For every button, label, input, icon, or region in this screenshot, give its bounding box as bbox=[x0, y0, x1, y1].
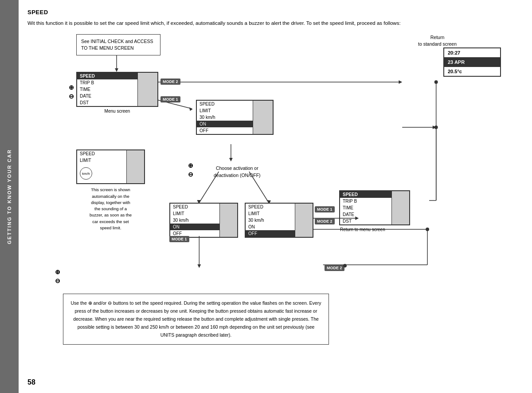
svg-point-24 bbox=[426, 228, 429, 231]
std-screen-date: 23 APR bbox=[444, 58, 500, 67]
menu-row-speed: SPEED bbox=[77, 73, 137, 79]
mode1-badge-menu: MODE 1 bbox=[160, 96, 180, 102]
sidebar-label: GETTING TO KNOW YOUR CAR bbox=[7, 149, 12, 244]
off-row-off: OFF bbox=[246, 230, 295, 237]
return-menu-screen: SPEED TRIP B TIME DATE DST Return to men… bbox=[339, 190, 410, 232]
minus-symbol-speed: ⊖ bbox=[188, 171, 193, 178]
rm-row-time: TIME bbox=[340, 204, 391, 211]
plus-symbol-menu: ⊕ bbox=[69, 84, 74, 91]
mode1-badge-off: MODE 1 bbox=[315, 206, 335, 212]
svg-marker-3 bbox=[399, 80, 402, 84]
sl-side-panel bbox=[126, 150, 144, 183]
info-box: Use the ⊕ and/or ⊖ buttons to set the sp… bbox=[63, 294, 329, 345]
off-row-on: ON bbox=[246, 224, 295, 230]
rm-row-date: DATE bbox=[340, 211, 391, 218]
return-menu-label: Return to menu screen bbox=[339, 227, 410, 232]
svg-point-21 bbox=[434, 80, 438, 84]
ss-row-limit: LIMIT bbox=[197, 107, 253, 114]
intro-text: Wit this function it is possible to set … bbox=[27, 19, 515, 27]
standard-screen: 20:27 23 APR 20.5°c bbox=[443, 47, 501, 77]
svg-point-26 bbox=[434, 126, 438, 129]
choose-label: Choose activation ordeactivation (ON/OFF… bbox=[214, 165, 261, 179]
svg-marker-28 bbox=[433, 126, 436, 129]
mode1-badge-on: MODE 1 bbox=[169, 236, 189, 242]
off-row-limit: LIMIT bbox=[246, 210, 295, 217]
menu-side-panel bbox=[137, 73, 157, 106]
on-side-panel bbox=[219, 204, 237, 237]
on-screen: SPEED LIMIT 30 km/h ON OFF bbox=[169, 203, 238, 238]
off-row-30: 30 km/h bbox=[246, 217, 295, 224]
rm-side-panel bbox=[391, 191, 409, 224]
std-screen-time: 20:27 bbox=[444, 48, 500, 58]
ss-side-panel bbox=[253, 101, 273, 134]
menu-row-time: TIME bbox=[77, 86, 137, 93]
sl-row-limit: LIMIT bbox=[77, 157, 126, 164]
on-row-speed: SPEED bbox=[170, 204, 219, 210]
sl-kmh-circle: km/h bbox=[80, 167, 92, 180]
sidebar: GETTING TO KNOW YOUR CAR bbox=[0, 0, 19, 393]
off-screen: SPEED LIMIT 30 km/h ON OFF bbox=[245, 203, 313, 238]
rm-row-tripb: TRIP B bbox=[340, 198, 391, 204]
see-check-text: See INITIAL CHECK and ACCESS TO THE MENU… bbox=[81, 39, 153, 51]
on-row-limit: LIMIT bbox=[170, 210, 219, 217]
svg-marker-7 bbox=[229, 158, 233, 161]
off-row-speed: SPEED bbox=[246, 204, 295, 210]
plus-symbol-speed: ⊕ bbox=[188, 162, 193, 169]
on-row-on: ON bbox=[170, 224, 219, 230]
svg-marker-1 bbox=[115, 68, 118, 72]
menu-screen: SPEED TRIP B TIME DATE DST Menu screen bbox=[76, 72, 158, 114]
connector-dot-bottom bbox=[343, 264, 347, 267]
minus-symbol-menu: ⊖ bbox=[69, 93, 74, 100]
on-row-30: 30 km/h bbox=[170, 217, 219, 224]
menu-row-dst: DST bbox=[77, 99, 137, 106]
menu-row-date: DATE bbox=[77, 93, 137, 99]
ss-row-speed: SPEED bbox=[197, 101, 253, 107]
mode2-badge-bottom: MODE 2 bbox=[325, 265, 344, 271]
speed-setting-screen: SPEED LIMIT 30 km/h ON OFF bbox=[196, 100, 274, 135]
see-check-box: See INITIAL CHECK and ACCESS TO THE MENU… bbox=[76, 34, 160, 55]
rm-row-speed: SPEED bbox=[340, 191, 391, 198]
main-content: SPEED Wit this function it is possible t… bbox=[19, 0, 532, 393]
minus-symbol-info: ⊖ bbox=[55, 277, 60, 284]
return-label: Returnto standard screen bbox=[418, 34, 457, 47]
mode2-badge-off: MODE 2 bbox=[315, 218, 335, 224]
svg-marker-5 bbox=[189, 107, 193, 111]
plus-symbol-info: ⊕ bbox=[55, 268, 60, 275]
std-screen-temp: 20.5°c bbox=[444, 67, 500, 76]
rm-row-dst: DST bbox=[340, 218, 391, 224]
info-box-text: Use the ⊕ and/or ⊖ buttons to set the sp… bbox=[71, 300, 321, 337]
return-label-text: Returnto standard screen bbox=[418, 35, 457, 47]
diagram: See INITIAL CHECK and ACCESS TO THE MENU… bbox=[27, 34, 519, 345]
mode2-badge-top: MODE 2 bbox=[160, 79, 180, 85]
speed-limit-display: SPEED LIMIT km/h This screen is shownaut… bbox=[76, 149, 145, 231]
menu-screen-label: Menu screen bbox=[76, 109, 158, 114]
off-side-panel bbox=[295, 204, 313, 237]
svg-marker-14 bbox=[197, 264, 201, 268]
sl-row-speed: SPEED bbox=[77, 150, 126, 157]
section-title: SPEED bbox=[27, 9, 519, 16]
menu-row-tripb: TRIP B bbox=[77, 79, 137, 86]
ss-row-on: ON bbox=[197, 121, 253, 127]
speed-limit-desc: This screen is shownautomatically on the… bbox=[76, 187, 145, 231]
page-number: 58 bbox=[27, 378, 35, 386]
ss-row-30kmh: 30 km/h bbox=[197, 114, 253, 121]
ss-row-off: OFF bbox=[197, 127, 253, 134]
